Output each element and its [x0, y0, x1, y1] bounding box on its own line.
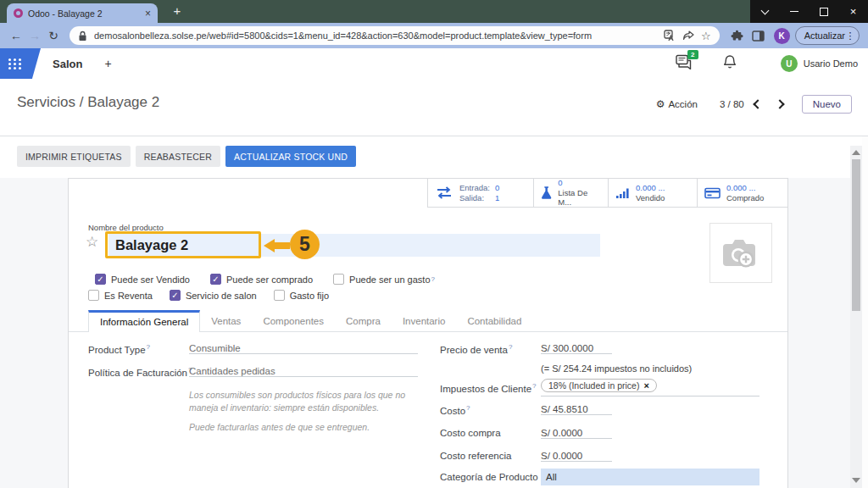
invoicing-policy-value[interactable]: Cantidades pedidas [189, 366, 418, 377]
transfer-arrows-icon [435, 186, 453, 199]
stat-purchased-button[interactable]: 0.000 ... Comprado [697, 179, 787, 207]
replenish-button[interactable]: REABASTECER [136, 146, 220, 167]
new-tab-button[interactable]: + [168, 2, 186, 20]
product-type-value[interactable]: Consumible [189, 343, 418, 354]
pager-next-button[interactable] [771, 96, 788, 113]
checkbox-box [95, 274, 106, 285]
product-category-label: Categoría de Producto [440, 472, 538, 482]
purchase-cost-value[interactable]: S/ 0.0000 [541, 428, 612, 439]
gear-icon: ⚙ [656, 98, 665, 110]
scrollbar-thumb[interactable] [852, 159, 860, 311]
product-type-label: Product Type? [88, 343, 150, 355]
help-icon: ? [147, 343, 150, 351]
side-panel-icon[interactable] [752, 30, 765, 42]
apps-menu-button[interactable] [0, 48, 41, 79]
sales-price-label: Precio de venta? [440, 343, 512, 355]
scrollbar-down-arrow[interactable] [852, 478, 860, 483]
notebook-tabs: Información General Ventas Componentes C… [69, 308, 787, 332]
user-name[interactable]: Usario Demo [804, 58, 858, 69]
reference-cost-label: Costo referencia [440, 451, 511, 461]
print-labels-button[interactable]: IMPRIMIR ETIQUETAS [17, 146, 131, 167]
close-button[interactable]: × [838, 0, 868, 23]
notifications-button[interactable] [723, 54, 737, 73]
tab-informacion-general[interactable]: Información General [88, 310, 200, 332]
profile-avatar[interactable]: K [774, 28, 790, 44]
action-menu-button[interactable]: Acción [668, 99, 698, 109]
invoicing-policy-label: Política de Facturación? [88, 366, 192, 378]
bell-icon [723, 54, 737, 69]
messages-button[interactable]: 2 [676, 54, 693, 73]
user-avatar[interactable]: U [781, 55, 798, 72]
product-category-field[interactable]: All [541, 469, 760, 485]
checkbox-box [88, 290, 99, 301]
tab-search-button[interactable] [750, 0, 780, 23]
new-record-button[interactable]: Nuevo [802, 95, 852, 114]
pager-counter: 3 / 80 [720, 99, 744, 109]
cost-value[interactable]: S/ 45.8510 [541, 404, 612, 415]
customer-taxes-field[interactable]: 18% (Included in price) × [541, 379, 760, 396]
address-bar[interactable]: demosalonbelleza.solse.pe/web#id=5800&ci… [70, 26, 720, 45]
checkbox-puede-ser-un-gasto[interactable]: Puede ser un gasto ? [333, 274, 435, 285]
favorite-star-icon[interactable]: ☆ [86, 233, 98, 251]
camera-add-icon [721, 236, 761, 271]
form-sheet: Entrada:0 Salida:1 0 Lista De M... 0.000… [68, 178, 788, 488]
restore-button[interactable] [810, 0, 839, 23]
odoo-favicon [14, 8, 23, 18]
tax-tag[interactable]: 18% (Included in price) × [541, 379, 657, 392]
minimize-button[interactable] [780, 0, 810, 23]
reload-button[interactable]: ↻ [44, 29, 63, 42]
checkbox-puede-ser-comprado[interactable]: Puede ser comprado [210, 274, 313, 285]
stat-bom-button[interactable]: 0 Lista De M... [533, 179, 608, 207]
back-button[interactable]: ← [7, 29, 25, 42]
actualizar-button[interactable]: Actualizar ⋮ [795, 26, 860, 45]
extensions-puzzle-icon[interactable] [731, 30, 743, 42]
checkbox-puede-ser-vendido[interactable]: Puede ser Vendido [95, 274, 190, 285]
help-icon: ? [532, 382, 536, 390]
action-button-row: IMPRIMIR ETIQUETAS REABASTECER ACTUALIZA… [17, 146, 356, 167]
checkbox-es-reventa[interactable]: Es Reventa [88, 290, 153, 301]
help-icon: ? [509, 343, 512, 351]
checkbox-gasto-fijo[interactable]: Gasto fijo [274, 290, 329, 301]
tab-componentes[interactable]: Componentes [252, 310, 335, 331]
reference-cost-value[interactable]: S/ 0.0000 [541, 451, 612, 462]
actualizar-label: Actualizar [804, 30, 845, 41]
stat-moves-button[interactable]: Entrada:0 Salida:1 [427, 179, 533, 207]
chrome-tab-strip: Odoo - Balayage 2 × + × [0, 0, 868, 23]
tab-compra[interactable]: Compra [335, 310, 392, 331]
stat-sold-button[interactable]: 0.000 ... Vendido [608, 179, 697, 207]
pager-previous-button[interactable] [749, 96, 766, 113]
share-icon[interactable] [682, 30, 694, 42]
panel-divider [0, 136, 868, 136]
breadcrumb[interactable]: Servicios / Balayage 2 [17, 94, 159, 111]
checkbox-box [274, 290, 285, 301]
url-text: demosalonbelleza.solse.pe/web#id=5800&ci… [94, 30, 657, 41]
forward-button[interactable]: → [25, 29, 44, 42]
tab-close-icon[interactable]: × [145, 8, 151, 19]
tutorial-step-badge: 5 [290, 230, 320, 259]
odoo-navbar: Salon + 2 U Usario Demo [0, 48, 868, 79]
customer-taxes-label: Impuestos de Cliente? [440, 382, 537, 394]
bookmark-star-icon[interactable]: ☆ [701, 30, 711, 42]
checkbox-box [210, 274, 221, 285]
checkbox-row-1: Puede ser Vendido Puede ser comprado Pue… [88, 274, 435, 285]
browser-menu-icon[interactable]: ⋮ [845, 33, 855, 38]
scrollbar-up-arrow[interactable] [852, 150, 860, 155]
window-controls: × [750, 0, 868, 23]
navbar-plus-button[interactable]: + [104, 57, 111, 70]
tab-inventario[interactable]: Inventario [392, 310, 457, 331]
content-area: Entrada:0 Salida:1 0 Lista De M... 0.000… [0, 178, 868, 488]
bar-chart-icon [615, 187, 630, 199]
update-stock-button[interactable]: ACTUALIZAR STOCK UND [225, 146, 356, 167]
tab-contabilidad[interactable]: Contabilidad [456, 310, 532, 331]
credit-card-icon [704, 187, 721, 199]
cost-label: Costo? [440, 404, 470, 416]
product-image-placeholder[interactable] [709, 223, 772, 283]
app-name[interactable]: Salon [53, 58, 82, 70]
translate-icon[interactable] [664, 30, 676, 42]
browser-tab[interactable]: Odoo - Balayage 2 × [7, 3, 158, 23]
tax-tag-remove-icon[interactable]: × [643, 381, 648, 390]
tab-ventas[interactable]: Ventas [200, 310, 252, 331]
checkbox-servicio-de-salon[interactable]: Servicio de salon [170, 290, 257, 301]
checkbox-box [170, 290, 181, 301]
sales-price-value[interactable]: S/ 300.0000 [541, 343, 612, 354]
